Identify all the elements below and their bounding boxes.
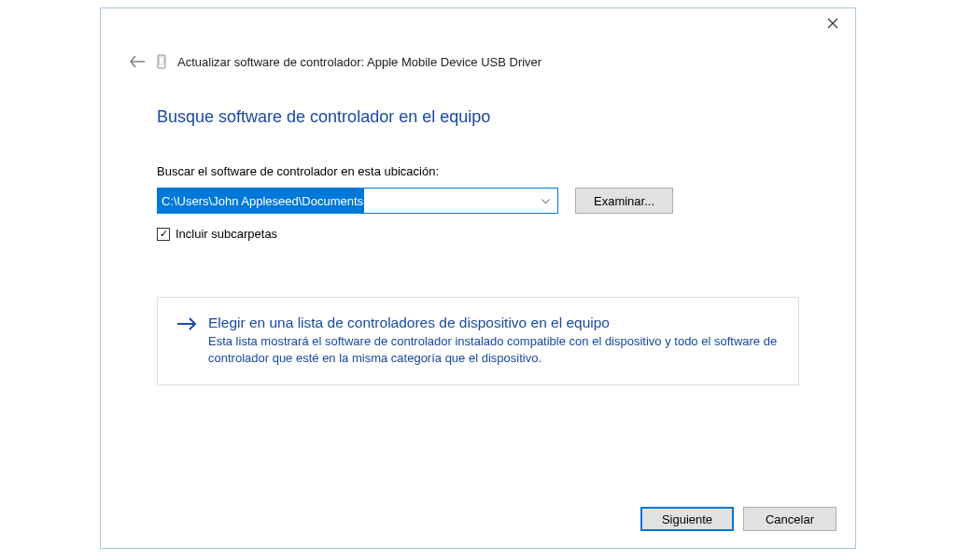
next-button[interactable]: Siguiente (640, 507, 734, 531)
include-subfolders-label: Incluir subcarpetas (176, 227, 277, 241)
dialog-header: Actualizar software de controlador: Appl… (101, 8, 855, 70)
browse-button[interactable]: Examinar... (575, 188, 673, 214)
page-heading: Busque software de controlador en el equ… (157, 107, 799, 127)
dialog-content: Busque software de controlador en el equ… (101, 70, 855, 507)
back-button[interactable] (129, 53, 146, 70)
pick-from-list-option[interactable]: Elegir en una lista de controladores de … (157, 297, 799, 385)
close-icon (827, 18, 838, 29)
driver-update-dialog: Actualizar software de controlador: Appl… (100, 7, 856, 549)
arrow-right-icon (176, 315, 197, 366)
device-icon (155, 53, 168, 70)
include-subfolders-row: ✓ Incluir subcarpetas (157, 227, 799, 241)
path-row: C:\Users\John Appleseed\Documents Examin… (157, 188, 799, 214)
path-combobox[interactable]: C:\Users\John Appleseed\Documents (157, 188, 558, 214)
path-value: C:\Users\John Appleseed\Documents (158, 189, 364, 213)
cancel-button[interactable]: Cancelar (743, 507, 836, 531)
dialog-title: Actualizar software de controlador: Appl… (177, 55, 541, 69)
option-text: Elegir en una lista de controladores de … (208, 315, 780, 366)
chevron-down-icon[interactable] (534, 196, 557, 206)
arrow-left-icon (130, 55, 145, 68)
dialog-footer: Siguiente Cancelar (101, 507, 855, 548)
path-label: Buscar el software de controlador en est… (157, 164, 799, 178)
svg-rect-1 (160, 57, 164, 64)
check-icon: ✓ (160, 229, 168, 239)
include-subfolders-checkbox[interactable]: ✓ (157, 228, 170, 241)
option-description: Esta lista mostrará el software de contr… (208, 333, 780, 366)
option-title: Elegir en una lista de controladores de … (208, 315, 780, 331)
close-button[interactable] (820, 14, 846, 33)
